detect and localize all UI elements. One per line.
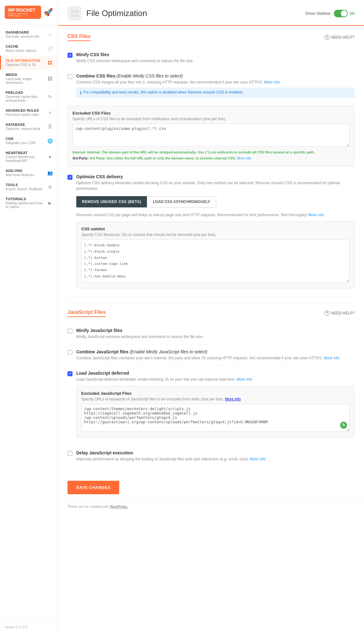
tutorials-icon: ▶ — [47, 200, 53, 206]
section-divider — [67, 303, 355, 303]
minify-css-checkbox[interactable] — [67, 53, 72, 58]
load-js-deferred-checkbox[interactable] — [67, 371, 72, 376]
css-need-help-button[interactable]: ? NEED HELP? — [324, 35, 355, 40]
css-safelist-sub: Specify CSS filenames, IDs or classes th… — [81, 233, 350, 237]
minify-js-desc: Minify JavaScript removes whitespace and… — [76, 334, 355, 340]
load-js-deferred-label: Load JavaScript deferred — [76, 371, 355, 376]
excluded-css-hint: Internal: Internal: The domain part of t… — [72, 150, 350, 161]
minify-js-checkbox[interactable] — [67, 329, 72, 334]
sidebar-item-cdn[interactable]: CDN Integrate your CDN 🌐 — [0, 134, 58, 148]
css-section-header: CSS Files ? NEED HELP? — [67, 34, 355, 41]
preload-icon: ↻ — [47, 94, 53, 100]
minify-js-option: Minify JavaScript files Minify JavaScrip… — [67, 323, 355, 345]
js-need-help-button[interactable]: ? NEED HELP? — [324, 311, 355, 316]
minify-css-option: Minify CSS files Minify CSS removes whit… — [67, 47, 355, 69]
css-safelist-textarea[interactable]: (.*).block-double (.*).block-single (.*)… — [81, 239, 350, 282]
sidebar-item-advanced-rules[interactable]: ADVANCED RULES Fine-tune cache rules ≡ — [0, 105, 58, 120]
delay-js-option: Delay JavaScript execution Improves perf… — [67, 446, 355, 467]
load-js-deferred-option: Load JavaScript deferred Load JavaScript… — [67, 366, 355, 446]
refresh-icon: ↻ — [340, 422, 347, 429]
sidebar-item-preload[interactable]: PRELOAD Generate cache files, preload fo… — [0, 88, 58, 105]
load-js-deferred-desc: Load JavaScript deferred eliminates rend… — [76, 377, 355, 382]
excluded-css-sub: Specify URLs of CSS files to be excluded… — [72, 117, 350, 121]
css-section-title: CSS Files — [67, 34, 91, 41]
excluded-css-group: Excluded CSS Files Specify URLs of CSS f… — [67, 106, 355, 166]
info-circle-icon: ℹ — [80, 90, 82, 95]
page-header: File Optimization Show Sidebar ON — [58, 0, 364, 26]
sidebar-item-tools[interactable]: TOOLS Import, Export, Rollback ⚙ — [0, 180, 58, 194]
content-area: CSS Files ? NEED HELP? Minify CSS files … — [58, 26, 364, 474]
sidebar-item-media[interactable]: MEDIA LazyLoad, image dimensions 🖼 — [0, 70, 58, 88]
excluded-js-textarea-wrap: /wp-content/themes/marketers-delight/scr… — [81, 404, 350, 432]
svg-rect-6 — [71, 14, 74, 17]
combine-css-more-info-link[interactable]: More info — [264, 80, 280, 84]
sidebar-item-add-ons[interactable]: ADD-ONS Add more features 👥 — [0, 166, 58, 180]
sidebar-toggle[interactable]: ON — [334, 10, 355, 17]
page-icon — [67, 6, 82, 20]
file-optimization-icon — [47, 60, 53, 66]
combine-css-info: ℹ For compatibility and best results, th… — [76, 88, 355, 98]
help-icon: ? — [324, 35, 329, 40]
css-safelist-label: CSS safelist — [81, 227, 350, 231]
page-footer: Thank you for creating with WordPress. — [58, 501, 364, 512]
svg-rect-0 — [48, 61, 50, 62]
combine-css-desc: Combine CSS merges all your files into 1… — [76, 79, 355, 85]
optimize-css-label: Optimize CSS delivery — [76, 174, 355, 179]
delay-js-checkbox[interactable] — [67, 451, 72, 456]
combine-css-label: Combine CSS files (Enable Minify CSS fil… — [76, 73, 355, 78]
sidebar-item-dashboard[interactable]: DASHBOARD Get help, account info ⌂ — [0, 27, 58, 41]
save-changes-area: SAVE CHANGES — [58, 474, 364, 501]
minify-css-desc: Minify CSS removes whitespace and commen… — [76, 58, 355, 64]
svg-rect-1 — [50, 61, 52, 62]
sidebar-nav: DASHBOARD Get help, account info ⌂ CACHE… — [0, 25, 58, 622]
js-help-icon: ? — [324, 311, 329, 316]
combine-js-more-info-link[interactable]: More info — [324, 356, 340, 360]
media-icon: 🖼 — [47, 76, 53, 82]
optimize-css-option: Optimize CSS delivery Optimize CSS deliv… — [67, 169, 355, 297]
main-content: File Optimization Show Sidebar ON CSS Fi… — [58, 0, 364, 632]
excluded-js-textarea[interactable]: /wp-content/themes/marketers-delight/scr… — [81, 404, 350, 431]
delay-js-more-info-link[interactable]: More info — [250, 457, 266, 461]
css-btn-more-info-link[interactable]: More info — [308, 213, 324, 217]
svg-rect-4 — [71, 10, 74, 13]
css-safelist-group: CSS safelist Specify CSS filenames, IDs … — [76, 222, 355, 288]
combine-js-option: Combine JavaScript files (Enable Minify … — [67, 345, 355, 366]
sidebar-item-cache[interactable]: CACHE Basic cache options 📄 — [0, 41, 58, 56]
sidebar: WP ROCKET Superior WordPress Performance… — [0, 0, 58, 632]
excluded-js-label: Excluded JavaScript Files — [81, 391, 350, 396]
page-title: File Optimization — [86, 8, 305, 18]
combine-css-option: Combine CSS files (Enable Minify CSS fil… — [67, 69, 355, 103]
excluded-css-textarea[interactable]: /wp-content/plugins/some-plugin/(.*).css — [72, 124, 350, 147]
sidebar-item-file-optimization[interactable]: FILE OPTIMIZATION Optimize CSS & JS — [0, 56, 58, 70]
optimize-css-checkbox[interactable] — [67, 175, 72, 180]
svg-rect-2 — [48, 63, 50, 65]
sidebar-item-heartbeat[interactable]: HEARTBEAT Control WordPress Heartbeat AP… — [0, 148, 58, 166]
load-css-async-button[interactable]: LOAD CSS ASYNCHRONOUSLY — [147, 196, 216, 207]
sidebar-item-database[interactable]: DATABASE Optimize, reduce bloat 🗄 — [0, 120, 58, 134]
js-section-title: JavaScript Files — [67, 309, 106, 317]
combine-js-checkbox[interactable] — [67, 350, 72, 355]
save-changes-button[interactable]: SAVE CHANGES — [67, 481, 119, 494]
toggle-label: ON — [350, 12, 355, 15]
combine-js-label: Combine JavaScript files (Enable Minify … — [76, 349, 355, 354]
wordpress-footer-link[interactable]: WordPress. — [110, 505, 128, 508]
svg-rect-7 — [75, 14, 78, 17]
excluded-css-label: Excluded CSS Files — [72, 111, 350, 115]
svg-rect-3 — [50, 63, 52, 65]
minify-css-label: Minify CSS files — [76, 52, 355, 57]
remove-unused-css-button[interactable]: REMOVE UNUSED CSS (BETA) — [76, 196, 147, 207]
excluded-css-more-info-link[interactable]: More info — [237, 156, 251, 160]
minify-js-label: Minify JavaScript files — [76, 328, 355, 333]
css-delivery-button-group: REMOVE UNUSED CSS (BETA) LOAD CSS ASYNCH… — [76, 196, 355, 207]
excluded-js-more-info-link[interactable]: More info — [225, 397, 241, 401]
tools-icon: ⚙ — [47, 184, 53, 190]
js-section-header: JavaScript Files ? NEED HELP? — [67, 309, 355, 317]
cdn-icon: 🌐 — [47, 138, 53, 144]
combine-css-checkbox[interactable] — [67, 74, 72, 79]
advanced-rules-icon: ≡ — [47, 110, 53, 116]
cache-icon: 📄 — [47, 46, 53, 52]
sidebar-item-tutorials[interactable]: TUTORIALS Getting started and how to vid… — [0, 194, 58, 212]
dashboard-icon: ⌂ — [47, 31, 53, 38]
heartbeat-icon: ♥ — [47, 154, 53, 160]
load-js-deferred-more-info-link[interactable]: More info — [237, 377, 252, 382]
